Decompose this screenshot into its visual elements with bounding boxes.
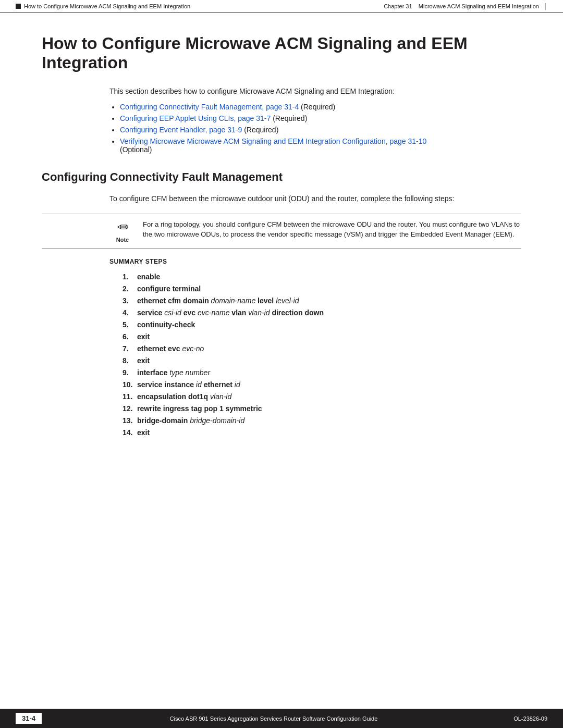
step-content: ethernet evc evc-no	[137, 344, 204, 353]
step-8: 8. exit	[123, 356, 521, 365]
step-num: 11.	[123, 392, 137, 401]
step-num: 9.	[123, 368, 137, 377]
step-content: service csi-id evc evc-name vlan vlan-id…	[137, 309, 324, 317]
step-9: 9. interface type number	[123, 368, 521, 377]
steps-list: 1. enable 2. configure terminal 3. ether…	[42, 273, 521, 437]
footer: 31-4 Cisco ASR 901 Series Aggregation Se…	[0, 709, 563, 728]
step-num: 14.	[123, 428, 137, 437]
header-divider: │	[544, 3, 547, 9]
link-event-handler[interactable]: Configuring Event Handler, page 31-9	[120, 126, 242, 134]
note-text: For a ring topology, you should configur…	[143, 219, 521, 240]
step-1: 1. enable	[123, 273, 521, 281]
header-chapter-title: Microwave ACM Signaling and EEM Integrat…	[419, 3, 539, 9]
footer-doc-title: Cisco ASR 901 Series Aggregation Service…	[42, 715, 506, 722]
step-10: 10. service instance id ethernet id	[123, 380, 521, 389]
step-content: configure terminal	[137, 285, 201, 293]
step-content: ethernet cfm domain domain-name level le…	[137, 297, 299, 305]
header-chapter-label: Chapter 31	[384, 3, 412, 9]
summary-steps-header: Summary Steps	[42, 258, 521, 265]
step-num: 2.	[123, 285, 137, 293]
footer-page-number: 31-4	[16, 713, 42, 724]
list-item: Configuring Connectivity Fault Managemen…	[120, 103, 521, 111]
step-content: rewrite ingress tag pop 1 symmetric	[137, 404, 262, 413]
step-num: 1.	[123, 273, 137, 281]
step-num: 7.	[123, 344, 137, 353]
step-content: enable	[137, 273, 160, 281]
step-content: service instance id ethernet id	[137, 380, 240, 389]
step-7: 7. ethernet evc evc-no	[123, 344, 521, 353]
step-14: 14. exit	[123, 428, 521, 437]
note-label: Note	[116, 237, 129, 243]
step-4: 4. service csi-id evc evc-name vlan vlan…	[123, 309, 521, 317]
intro-text: This section describes how to configure …	[42, 87, 521, 95]
link-eep[interactable]: Configuring EEP Applet Using CLIs, page …	[120, 114, 271, 122]
step-content: continuity-check	[137, 320, 195, 329]
step-2: 2. configure terminal	[123, 285, 521, 293]
list-item: Configuring Event Handler, page 31-9 (Re…	[120, 126, 521, 134]
optional-label: (Optional)	[120, 145, 521, 154]
list-item: Verifying Microwave Microwave ACM Signal…	[120, 137, 521, 154]
section-intro: To configure CFM between the microwave o…	[42, 193, 521, 204]
step-num: 4.	[123, 309, 137, 317]
header-left: How to Configure Microwave ACM Signaling…	[16, 3, 190, 9]
list-item: Configuring EEP Applet Using CLIs, page …	[120, 114, 521, 122]
step-3: 3. ethernet cfm domain domain-name level…	[123, 297, 521, 305]
step-num: 8.	[123, 356, 137, 365]
step-11: 11. encapsulation dot1q vlan-id	[123, 392, 521, 401]
page-title: How to Configure Microwave ACM Signaling…	[42, 34, 521, 72]
step-content: encapsulation dot1q vlan-id	[137, 392, 231, 401]
note-icon-area: ✏ Note	[109, 219, 136, 243]
step-5: 5. continuity-check	[123, 320, 521, 329]
header-bar: How to Configure Microwave ACM Signaling…	[0, 0, 563, 13]
step-num: 6.	[123, 332, 137, 341]
header-right: Chapter 31 Microwave ACM Signaling and E…	[384, 3, 547, 9]
step-content: exit	[137, 428, 150, 437]
step-num: 3.	[123, 297, 137, 305]
step-content: bridge-domain bridge-domain-id	[137, 416, 244, 425]
header-square-icon	[16, 4, 21, 9]
step-num: 10.	[123, 380, 137, 389]
pencil-icon: ✏	[117, 219, 128, 236]
bullet-link-list: Configuring Connectivity Fault Managemen…	[42, 103, 521, 154]
header-breadcrumb: How to Configure Microwave ACM Signaling…	[24, 3, 190, 9]
step-num: 5.	[123, 320, 137, 329]
step-num: 12.	[123, 404, 137, 413]
section-heading: Configuring Connectivity Fault Managemen…	[42, 170, 521, 184]
footer-doc-num: OL-23826-09	[506, 715, 547, 722]
main-content: How to Configure Microwave ACM Signaling…	[0, 13, 563, 492]
link-verifying[interactable]: Verifying Microwave Microwave ACM Signal…	[120, 137, 426, 145]
link-cfm[interactable]: Configuring Connectivity Fault Managemen…	[120, 103, 299, 111]
step-13: 13. bridge-domain bridge-domain-id	[123, 416, 521, 425]
note-block: ✏ Note For a ring topology, you should c…	[42, 214, 521, 249]
step-num: 13.	[123, 416, 137, 425]
step-content: exit	[137, 356, 150, 365]
step-content: exit	[137, 332, 150, 341]
step-12: 12. rewrite ingress tag pop 1 symmetric	[123, 404, 521, 413]
step-content: interface type number	[137, 368, 210, 377]
step-6: 6. exit	[123, 332, 521, 341]
